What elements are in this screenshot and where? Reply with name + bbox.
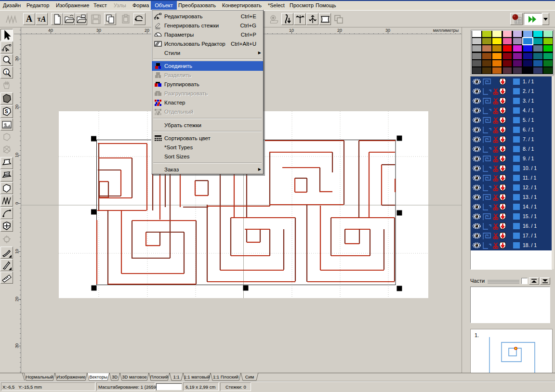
svg-text:Изображение: Изображение bbox=[57, 374, 86, 379]
svg-text:1: 1 bbox=[5, 70, 8, 75]
svg-text:Плоский: Плоский bbox=[150, 374, 168, 379]
svg-text:S: S bbox=[5, 109, 8, 114]
svg-text:Нормальный: Нормальный bbox=[26, 374, 53, 379]
svg-text:Векторы: Векторы bbox=[89, 374, 107, 379]
svg-text:3D матовое: 3D матовое bbox=[122, 374, 146, 379]
svg-text:1:1 матовый: 1:1 матовый bbox=[184, 374, 210, 379]
svg-text:1:1: 1:1 bbox=[173, 374, 179, 379]
svg-text:3D: 3D bbox=[112, 374, 118, 379]
svg-text:1:1 Плоский: 1:1 Плоский bbox=[213, 374, 238, 379]
svg-text:Сим: Сим bbox=[245, 374, 254, 379]
